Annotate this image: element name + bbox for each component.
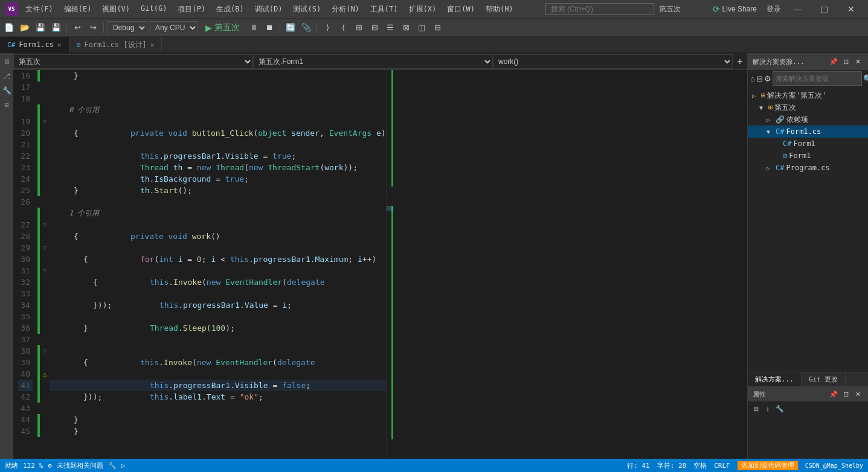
open-btn[interactable]: 📂 (18, 21, 31, 34)
panel-tab-git[interactable]: Git 更改 (802, 372, 846, 386)
pause-btn[interactable]: ⏸ (247, 21, 260, 34)
menu-analyze[interactable]: 分析(N) (327, 3, 364, 16)
solution-settings-btn[interactable]: ⚙ (764, 72, 771, 85)
fold-18[interactable] (40, 93, 50, 104)
menu-window[interactable]: 窗口(W) (442, 3, 480, 16)
panel-tab-solution[interactable]: 解决方案... (748, 372, 802, 386)
properties-sort-btn[interactable]: ↕ (762, 403, 773, 414)
tab-form1-cs[interactable]: C# Form1.cs ✕ (0, 37, 69, 53)
solution-search-input[interactable] (773, 71, 862, 86)
expand-form1cs[interactable]: ▼ (767, 129, 774, 135)
redo-btn[interactable]: ↪ (86, 21, 100, 34)
properties-close-btn[interactable]: ✕ (852, 389, 863, 400)
panel-close-btn[interactable]: ✕ (852, 56, 863, 67)
tree-item-dependencies[interactable]: ▷ 🔗 依赖项 (748, 113, 868, 126)
menu-git[interactable]: Git(G) (136, 3, 172, 16)
toolbar-more-3[interactable]: ⊞ (352, 21, 365, 34)
toolbar-sep-4 (317, 22, 317, 33)
toolbar-more-7[interactable]: ◫ (415, 21, 428, 34)
menu-extensions[interactable]: 扩展(X) (404, 3, 442, 16)
maximize-button[interactable]: ▢ (812, 0, 837, 18)
fold-16[interactable] (40, 70, 50, 81)
panel-float-btn[interactable]: ⊡ (840, 56, 851, 67)
solution-filter-btn[interactable]: ⊟ (756, 72, 763, 85)
properties-filter-btn[interactable]: 🔧 (774, 403, 785, 414)
new-project-btn[interactable]: 📄 (2, 21, 16, 34)
code-area[interactable]: 16 } 17 18 (13, 70, 747, 459)
activity-grid-icon[interactable]: ⊞ (1, 99, 13, 111)
code-content-18 (50, 93, 386, 104)
fold-17[interactable] (40, 81, 50, 93)
properties-pin-btn[interactable]: 📌 (828, 389, 839, 400)
cpu-target-dropdown[interactable]: Any CPU (150, 21, 198, 34)
activity-server-icon[interactable]: 🖥 (1, 56, 13, 68)
fold-29[interactable]: ▽ (40, 242, 50, 254)
login-label[interactable]: 登录 (767, 4, 781, 14)
close-button[interactable]: ✕ (839, 0, 863, 18)
add-to-source-btn[interactable]: 添加到源代码管理 (738, 461, 798, 470)
expand-program[interactable]: ▷ (767, 165, 774, 171)
expand-solution[interactable]: ▷ (752, 92, 759, 99)
tree-item-project[interactable]: ▼ ⊞ 第五次 (748, 101, 868, 113)
type-dropdown[interactable]: 第五次.Form1 (253, 54, 493, 69)
activity-tools-icon[interactable]: 🔧 (1, 85, 13, 97)
expand-project[interactable]: ▼ (759, 104, 767, 111)
tab-form1-design-close[interactable]: ✕ (150, 41, 155, 49)
title-bar-left: VS 文件(F) 编辑(E) 视图(V) Git(G) 项目(P) 生成(B) … (5, 2, 518, 16)
member-dropdown[interactable]: work() (493, 54, 733, 69)
stop-btn[interactable]: ⏹ (263, 21, 276, 34)
live-share-button[interactable]: ⟳ Live Share (708, 3, 762, 15)
tree-item-form1cs[interactable]: ▼ C# Form1.cs (748, 126, 868, 138)
properties-float-btn[interactable]: ⊡ (840, 389, 851, 400)
menu-build[interactable]: 生成(B) (211, 3, 249, 16)
menu-view[interactable]: 视图(V) (97, 3, 135, 16)
tree-item-form1-sub2[interactable]: ⊞ Form1 (748, 150, 868, 162)
menu-test[interactable]: 测试(S) (288, 3, 326, 16)
save-btn[interactable]: 💾 (34, 21, 47, 34)
toolbar-more-5[interactable]: ☰ (384, 21, 397, 34)
toolbar-more-2[interactable]: ⟨ (336, 21, 350, 34)
code-content-39: { (50, 357, 386, 368)
undo-btn[interactable]: ↩ (71, 21, 84, 34)
menu-help[interactable]: 帮助(H) (481, 3, 518, 16)
activity-git-icon[interactable]: ⎇ (1, 70, 13, 82)
form1cs-icon: C# (776, 127, 784, 136)
fold-19[interactable]: ▽ (40, 116, 50, 127)
code-line-43: 43 (13, 403, 386, 414)
toolbar-more-4[interactable]: ⊟ (368, 21, 381, 34)
menu-tools[interactable]: 工具(T) (365, 3, 403, 16)
tree-item-solution[interactable]: ▷ ⊞ 解决方案'第五次' (748, 89, 868, 101)
fold-31[interactable]: ▽ (40, 265, 50, 276)
toolbar-more-8[interactable]: ⊟ (431, 21, 444, 34)
toolbar-more-6[interactable]: ⊠ (399, 21, 413, 34)
panel-tab-git-label: Git 更改 (809, 375, 838, 384)
refresh-btn[interactable]: 🔄 (284, 21, 297, 34)
debug-config-dropdown[interactable]: Debug (108, 21, 147, 34)
tab-form1-design[interactable]: ⊞ Form1.cs [设计] ✕ (69, 37, 162, 53)
fold-38[interactable]: ▽ (40, 345, 50, 357)
minimize-button[interactable]: — (786, 0, 810, 18)
solution-search-btn[interactable]: 🔍 (863, 72, 868, 85)
toolbar-more-1[interactable]: ⟩ (321, 21, 334, 34)
menu-project[interactable]: 项目(P) (173, 3, 210, 16)
tab-form1-cs-close[interactable]: ✕ (57, 41, 62, 49)
fold-27[interactable]: ▽ (40, 219, 50, 231)
attach-btn[interactable]: 📎 (300, 21, 313, 34)
expand-deps[interactable]: ▷ (767, 116, 774, 123)
save-all-btn[interactable]: 💾 (50, 21, 63, 34)
solution-nav-back[interactable]: ⌂ (750, 72, 755, 85)
code-content-24: th.Start(); (50, 173, 386, 185)
run-button[interactable]: ▶ 第五次 (201, 22, 245, 33)
properties-grid-btn[interactable]: ⊞ (750, 403, 761, 414)
fold-20[interactable] (40, 127, 50, 139)
menu-edit[interactable]: 编辑(E) (59, 3, 97, 16)
menu-debug[interactable]: 调试(D) (250, 3, 288, 16)
tree-item-form1-sub1[interactable]: C# Form1 (748, 138, 868, 150)
nav-add-button[interactable]: + (733, 54, 747, 69)
menu-file[interactable]: 文件(F) (21, 3, 58, 16)
tree-item-program[interactable]: ▷ C# Program.cs (748, 162, 868, 174)
panel-pin-btn[interactable]: 📌 (828, 56, 839, 67)
search-input[interactable] (545, 3, 654, 15)
class-dropdown[interactable]: 第五次 (13, 54, 253, 69)
minimap[interactable] (386, 70, 393, 459)
